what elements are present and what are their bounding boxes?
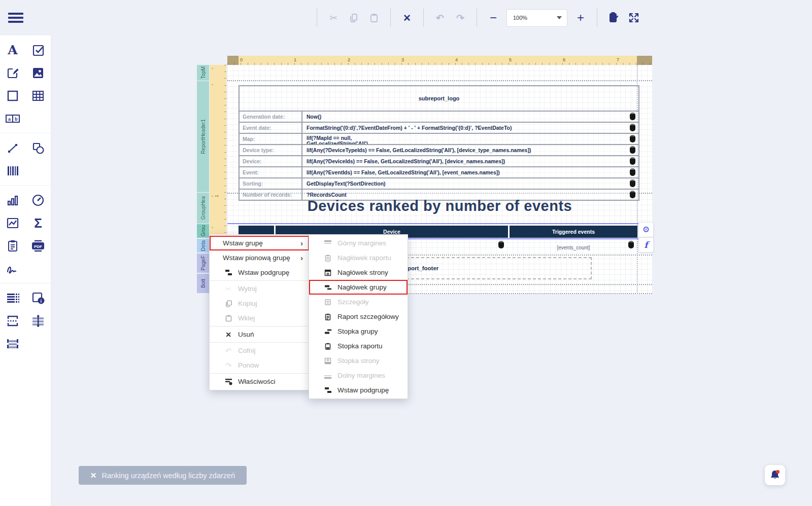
menu-item-wstaw-podgrupe[interactable]: Wstaw podgrupę [210,265,309,280]
subreport-logo-element[interactable]: subreport_logo [239,85,639,112]
close-tab-icon[interactable]: ✕ [90,471,97,480]
clipboard-check-icon [607,12,620,24]
band-page-footer[interactable]: PageF [197,254,209,273]
submenu-item-naglowek-strony[interactable]: Nagłówek strony [309,265,408,280]
zoom-in-button[interactable]: + [572,9,589,26]
submenu-item-naglowek-grupy[interactable]: Nagłówek grupy [309,280,408,295]
menu-separator [210,326,309,327]
band-collapse-icon[interactable]: ⌄ [211,66,214,70]
fullscreen-button[interactable] [625,9,642,26]
submenu-item-naglowek-raportu[interactable]: Nagłówek raportu [309,250,408,265]
undo-button[interactable]: ↶ [431,9,449,26]
band-collapse-icon[interactable]: ⌄ [211,82,214,86]
table-row[interactable]: Generation date: Now() [240,112,638,122]
gauge-tool[interactable] [25,194,51,207]
copy-icon [349,13,359,23]
menu-item-wstaw-grupe[interactable]: Wstaw grupę › [210,236,309,250]
notifications-button[interactable] [765,465,785,485]
ruler-number: 3 [401,57,404,62]
menu-item-ponow[interactable]: ↷ Ponów [210,358,309,373]
table-row[interactable]: Event date: FormatString('{0:d}',?EventD… [240,122,638,133]
horizontal-ruler[interactable]: 0 1 2 3 4 5 6 7 [227,56,652,65]
header-cell-triggered-events[interactable]: Triggered events [510,226,637,238]
barcode-tool[interactable] [0,164,25,177]
info-panel-tool[interactable]: i [25,292,51,305]
band-bottom-margin[interactable]: Bott [197,274,209,293]
menu-item-wstaw-pionowa-grupe[interactable]: Wstaw pionową grupę › [210,250,309,265]
validate-report-button[interactable] [605,9,622,26]
subreport-tool[interactable] [0,239,25,252]
menu-item-wytnij[interactable]: ✂ Wytnij [210,281,309,296]
richtext-tool[interactable] [0,66,25,80]
band-group-header-2[interactable]: Grou [197,224,209,238]
text-tool[interactable]: A [0,44,25,56]
submenu-item-stopka-strony[interactable]: Stopka strony [309,353,408,368]
image-tool[interactable] [25,66,51,80]
paste-icon [369,13,379,23]
menu-item-wlasciwosci[interactable]: Właściwości [210,374,309,389]
report-title[interactable]: Devices ranked by number of events [227,198,652,214]
menu-separator [210,373,309,374]
cut-button[interactable]: ✂ [325,9,342,26]
band-report-header[interactable]: ReportHeader1 [197,81,209,192]
band-group-header-1[interactable]: GroupHea [197,193,209,224]
band-collapse-icon[interactable]: ⌄ [211,194,214,198]
checkbox-icon [31,44,45,57]
richtext-edit-icon [6,66,19,80]
hamburger-menu-icon[interactable] [8,13,23,23]
text-in-cells-tool[interactable]: ab [0,113,25,125]
band-tool[interactable] [0,337,25,350]
band-settings-button[interactable]: ⚙ [638,222,654,237]
zoom-out-button[interactable]: − [485,9,502,26]
submenu-item-stopka-raportu[interactable]: Stopka raportu [309,339,408,353]
zoom-level-select[interactable]: 100% [506,9,567,27]
report-tab[interactable]: ✕ Ranking urządzeń według liczby zdarzeń [79,466,247,485]
cross-band-tool[interactable] [25,314,51,328]
table-tool[interactable] [25,89,51,102]
menu-item-wklej[interactable]: Wklej [210,311,309,326]
copy-button[interactable] [345,9,362,26]
toolbox-group-text: A [0,35,51,133]
chart-tool[interactable] [0,194,25,207]
subreport-logo-label: subreport_logo [419,95,460,101]
page-break-icon [6,314,20,328]
redo-button[interactable]: ↷ [452,9,469,26]
menu-item-kopiuj[interactable]: Kopiuj [210,296,309,311]
function-icon: f [644,241,648,249]
submenu-item-raport-szczegolowy[interactable]: Raport szczegółowy [309,309,408,324]
band-detail[interactable]: Deta [197,239,209,252]
paste-button[interactable] [365,9,383,26]
shape-tool[interactable] [0,89,25,102]
band-top-margin[interactable]: TopM [197,65,209,81]
submenu-item-gorny-margines[interactable]: Górny margines [309,236,408,250]
page-break-tool[interactable] [0,314,25,328]
table-row[interactable]: Device: Iif(Any(?DeviceIds) == False, Ge… [240,155,638,166]
svg-text:b: b [15,117,18,122]
data-band-tool[interactable] [0,292,25,305]
submenu-item-szczegoly[interactable]: Szczegóły [309,295,408,309]
signature-tool[interactable] [0,262,25,275]
pdf-tool[interactable]: PDF [25,239,51,252]
line-tool[interactable] [0,141,25,155]
table-row[interactable]: Sorting: GetDisplayText(?SortDirection) [240,177,638,189]
redo-icon: ↷ [224,362,233,369]
sparkline-tool[interactable] [0,216,25,230]
submenu-item-wstaw-podgrupe[interactable]: Wstaw podgrupę [309,383,408,397]
detailed-report-icon [323,313,332,320]
math-tool[interactable]: Σ [25,216,51,230]
delete-button[interactable]: ✕ [398,9,416,26]
menu-item-cofnij[interactable]: ↶ Cofnij [210,343,309,358]
band-collapse-icon[interactable]: ⌄ [211,225,214,229]
shapes-tool[interactable] [25,141,51,155]
menu-item-usun[interactable]: ✕ Usuń [210,327,309,342]
table-row[interactable]: Map: Iif(?MapId == null, GetLocalizedStr… [240,133,638,144]
clipboard-icon [6,239,19,252]
submenu-item-stopka-grupy[interactable]: Stopka grupy [309,324,408,339]
detail-field-events-count[interactable]: [events_count] [510,245,637,250]
band-expression-button[interactable]: f [638,237,654,252]
submenu-item-dolny-margines[interactable]: Dolny margines [309,368,408,383]
checkbox-tool[interactable] [25,44,51,57]
image-icon [31,66,45,80]
table-row[interactable]: Event: Iif(Any(?EventIds) == False, GetL… [240,166,638,177]
table-row[interactable]: Device type: Iif(Any(?DeviceTypeIds) == … [240,144,638,155]
